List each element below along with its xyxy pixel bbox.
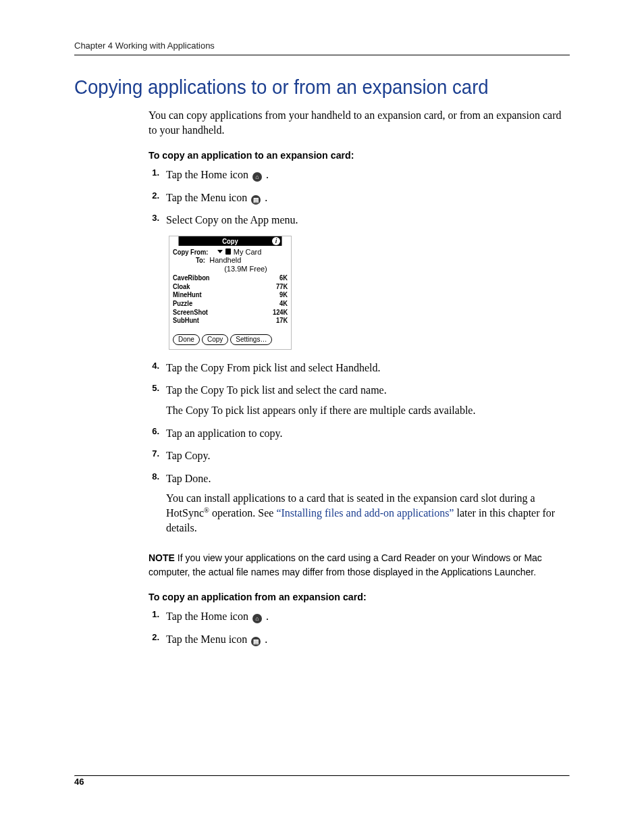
copy-dialog-screenshot: Copy i Copy From: My Card To: Handheld (… (169, 236, 292, 350)
footer-rule (74, 775, 570, 777)
step-note: The Copy To pick list appears only if th… (166, 403, 475, 418)
step-number: 4. (149, 361, 159, 371)
copy-from-label: Copy From: (173, 248, 208, 256)
step-text: Tap the Menu icon . (166, 190, 267, 205)
step-text: Tap an application to copy. (166, 426, 282, 441)
steps-to-card: 1. Tap the Home icon . 2. Tap the Menu i… (149, 167, 570, 228)
step-text: Tap the Copy From pick list and select H… (166, 361, 380, 375)
dropdown-arrow-icon[interactable] (217, 250, 223, 253)
intro-paragraph: You can copy applications from your hand… (149, 108, 570, 137)
note-paragraph: NOTE If you view your applications on th… (149, 551, 570, 579)
list-item[interactable]: ScreenShot124K (173, 308, 288, 317)
step-number: 5. (149, 383, 159, 393)
home-icon (252, 172, 262, 182)
app-list: CaveRibbon6K Cloak77K MineHunt9K Puzzle4… (173, 273, 288, 325)
list-item[interactable]: CaveRibbon6K (173, 273, 288, 282)
step-number: 7. (149, 448, 159, 459)
copy-to-label: To: (196, 256, 205, 264)
step-number: 2. (149, 632, 159, 642)
copy-button[interactable]: Copy (202, 334, 228, 345)
step-number: 1. (149, 609, 159, 619)
step-text: Select Copy on the App menu. (166, 213, 298, 228)
home-icon (252, 614, 262, 623)
running-head: Chapter 4 Working with Applications (74, 41, 570, 53)
step-number: 3. (149, 213, 159, 223)
menu-icon (251, 195, 261, 205)
registered-mark: ® (204, 506, 209, 514)
list-item[interactable]: Cloak77K (173, 282, 288, 291)
info-icon[interactable]: i (272, 237, 280, 245)
list-item[interactable]: SubHunt17K (173, 316, 288, 325)
steps-from-card: 1. Tap the Home icon . 2. Tap the Menu i… (149, 609, 570, 646)
cross-reference-link[interactable]: “Installing files and add-on application… (276, 507, 454, 519)
copy-from-value[interactable]: My Card (234, 248, 262, 256)
dialog-title-bar: Copy i (179, 236, 282, 246)
list-item[interactable]: MineHunt9K (173, 290, 288, 299)
menu-icon (251, 637, 261, 646)
step-text: Tap the Menu icon . (166, 632, 267, 647)
step-text: Tap the Home icon . (166, 609, 269, 624)
step-number: 6. (149, 426, 159, 436)
step-number: 8. (149, 471, 159, 481)
free-space: (13.9M Free) (204, 265, 288, 273)
step-number: 1. (149, 167, 159, 178)
step-text: Tap the Copy To pick list and select the… (166, 383, 475, 417)
card-icon (225, 249, 231, 255)
procedure-title-from-card: To copy an application from an expansion… (149, 591, 549, 602)
step-text: Tap Done. You can install applications t… (166, 471, 570, 536)
settings-button[interactable]: Settings… (230, 334, 272, 345)
procedure-title-to-card: To copy an application to an expansion c… (149, 149, 549, 161)
step-text: Tap the Home icon . (166, 167, 269, 182)
dialog-title: Copy (222, 237, 238, 245)
step-note: You can install applications to a card t… (166, 491, 570, 535)
header-rule (74, 55, 570, 55)
steps-to-card-cont: 4. Tap the Copy From pick list and selec… (149, 361, 570, 536)
section-title: Copying applications to or from an expan… (74, 76, 530, 99)
copy-to-value[interactable]: Handheld (209, 256, 241, 264)
step-number: 2. (149, 190, 159, 201)
step-text: Tap Copy. (166, 448, 210, 463)
page-number: 46 (74, 777, 84, 787)
note-label: NOTE (149, 552, 175, 563)
done-button[interactable]: Done (173, 334, 200, 345)
list-item[interactable]: Puzzle4K (173, 299, 288, 308)
